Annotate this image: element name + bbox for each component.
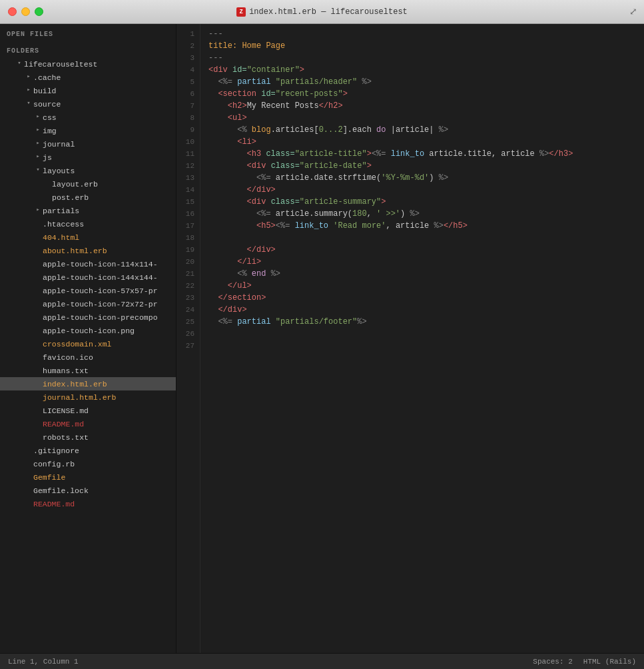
sidebar-item-post-erb[interactable]: post.erb <box>0 191 176 204</box>
sidebar-item-humans[interactable]: humans.txt <box>0 364 176 377</box>
code-line[interactable]: <%= article.date.strftime('%Y-%m-%d') %> <box>208 172 644 184</box>
arrow-icon <box>24 472 33 482</box>
sidebar-item-favicon[interactable]: favicon.ico <box>0 350 176 364</box>
arrow-icon <box>15 59 24 69</box>
sidebar-item-apple144[interactable]: apple-touch-icon-144x144- <box>0 271 176 284</box>
code-line[interactable]: </div> <box>208 244 644 256</box>
code-line[interactable]: <ul> <box>208 112 644 124</box>
code-line[interactable]: </li> <box>208 256 644 268</box>
sidebar-item-css[interactable]: css <box>0 111 176 124</box>
code-line[interactable]: title: Home Page <box>208 40 644 52</box>
title-text: index.html.erb — lifecarouseltest <box>249 7 408 17</box>
code-line[interactable]: <div class="article-date"> <box>208 160 644 172</box>
window-controls[interactable] <box>8 7 43 16</box>
sidebar-item-404[interactable]: 404.html <box>0 231 176 244</box>
code-line[interactable]: <% end %> <box>208 268 644 280</box>
statusbar-left: Line 1, Column 1 <box>8 658 79 666</box>
sidebar-item-label: journal <box>43 140 176 149</box>
sidebar-item-layout-erb[interactable]: layout.erb <box>0 177 176 191</box>
maximize-button[interactable] <box>35 7 43 16</box>
code-line[interactable]: <li> <box>208 136 644 148</box>
code-line[interactable]: --- <box>208 52 644 64</box>
sidebar-item-apple-png[interactable]: apple-touch-icon.png <box>0 324 176 337</box>
sidebar-item-license[interactable]: LICENSE.md <box>0 404 176 417</box>
arrow-icon <box>33 419 43 428</box>
code-line[interactable]: --- <box>208 28 644 40</box>
sidebar-item-label: README.md <box>33 500 176 508</box>
minimize-button[interactable] <box>21 7 30 16</box>
sidebar-item-label: apple-touch-icon-precompo <box>43 313 176 322</box>
sidebar-item-label: humans.txt <box>43 366 176 375</box>
line-number: 2 <box>176 40 200 52</box>
sidebar-item-label: .gitignore <box>33 446 176 455</box>
sidebar-item-about[interactable]: about.html.erb <box>0 244 176 257</box>
line-number: 9 <box>176 124 200 136</box>
line-number: 17 <box>176 220 200 232</box>
sidebar-item-robots[interactable]: robots.txt <box>0 430 176 444</box>
code-line[interactable]: <section id="recent-posts"> <box>208 88 644 100</box>
code-line[interactable]: <%= article.summary(180, ' >>') %> <box>208 208 644 220</box>
code-line[interactable]: <h3 class="article-title"><%= link_to ar… <box>208 148 644 160</box>
sidebar-item-source[interactable]: source <box>0 97 176 111</box>
arrow-icon <box>33 406 43 415</box>
sidebar-item-label: README.md <box>43 420 176 428</box>
line-number: 24 <box>176 304 200 316</box>
sidebar-item-config-rb[interactable]: config.rb <box>0 457 176 470</box>
line-number: 15 <box>176 196 200 208</box>
sidebar-item-label: lifecarouseltest <box>24 60 176 69</box>
sidebar-item-apple57[interactable]: apple-touch-icon-57x57-pr <box>0 284 176 297</box>
sidebar-item-apple114[interactable]: apple-touch-icon-114x114- <box>0 257 176 271</box>
expand-button[interactable]: ⤢ <box>629 6 637 17</box>
code-line[interactable]: <div class="article-summary"> <box>208 196 644 208</box>
code-line[interactable]: <h5><%= link_to 'Read more', article %><… <box>208 220 644 232</box>
code-content[interactable]: ---title: Home Page---<div id="container… <box>200 24 644 653</box>
arrow-icon <box>24 459 33 468</box>
code-line[interactable]: </ul> <box>208 280 644 292</box>
sidebar-item-layouts[interactable]: layouts <box>0 164 176 177</box>
sidebar-item-img[interactable]: img <box>0 124 176 137</box>
arrow-icon <box>33 246 43 255</box>
sidebar-item-label: build <box>33 87 176 95</box>
sidebar-item-journal-erb[interactable]: journal.html.erb <box>0 390 176 404</box>
sidebar-item-crossdomain[interactable]: crossdomain.xml <box>0 337 176 350</box>
sidebar-item-apple72[interactable]: apple-touch-icon-72x72-pr <box>0 297 176 311</box>
sidebar-item-index-erb[interactable]: index.html.erb <box>0 377 176 390</box>
spaces-info: Spaces: 2 <box>533 658 572 666</box>
sidebar-item-gitignore[interactable]: .gitignore <box>0 444 176 457</box>
sidebar-item-readme-src[interactable]: README.md <box>0 417 176 430</box>
sidebar-item-htaccess[interactable]: .htaccess <box>0 217 176 231</box>
code-line[interactable] <box>208 232 644 244</box>
code-line[interactable]: <h2>My Recent Posts</h2> <box>208 100 644 112</box>
sidebar-item-label: config.rb <box>33 460 176 468</box>
sidebar-item-partials[interactable]: partials <box>0 204 176 217</box>
open-files-label: OPEN FILES <box>0 24 176 41</box>
editor-area[interactable]: 1234567891011121314151617181920212223242… <box>176 24 644 653</box>
sidebar-item-gemfile[interactable]: Gemfile <box>0 470 176 484</box>
line-number: 21 <box>176 268 200 280</box>
arrow-icon <box>33 352 43 362</box>
sidebar-item-gemfile-lock[interactable]: Gemfile.lock <box>0 484 176 497</box>
sidebar-item-build[interactable]: build <box>0 84 176 97</box>
sidebar-item-apple-precomp[interactable]: apple-touch-icon-precompo <box>0 311 176 324</box>
code-line[interactable]: </div> <box>208 304 644 316</box>
sidebar-item-readme-root[interactable]: README.md <box>0 497 176 510</box>
code-container[interactable]: 1234567891011121314151617181920212223242… <box>176 24 644 653</box>
sidebar-item-journal[interactable]: journal <box>0 137 176 151</box>
sidebar-item-cache[interactable]: .cache <box>0 71 176 84</box>
code-line[interactable] <box>208 328 644 340</box>
code-line[interactable]: </section> <box>208 292 644 304</box>
arrow-icon <box>33 299 43 309</box>
sidebar-item-js[interactable]: js <box>0 151 176 164</box>
line-number: 22 <box>176 280 200 292</box>
code-line[interactable]: <div id="container"> <box>208 64 644 76</box>
line-number: 1 <box>176 28 200 40</box>
code-line[interactable]: </div> <box>208 184 644 196</box>
close-button[interactable] <box>8 7 17 16</box>
sidebar-item-lifecarouseltest[interactable]: lifecarouseltest <box>0 57 176 71</box>
line-number: 13 <box>176 172 200 184</box>
main-layout: OPEN FILES FOLDERS lifecarouseltest .cac… <box>0 24 644 653</box>
code-line[interactable]: <% blog.articles[0...2].each do |article… <box>208 124 644 136</box>
code-line[interactable]: <%= partial "partials/header" %> <box>208 76 644 88</box>
code-line[interactable] <box>208 340 644 352</box>
code-line[interactable]: <%= partial "partials/footer"%> <box>208 316 644 328</box>
